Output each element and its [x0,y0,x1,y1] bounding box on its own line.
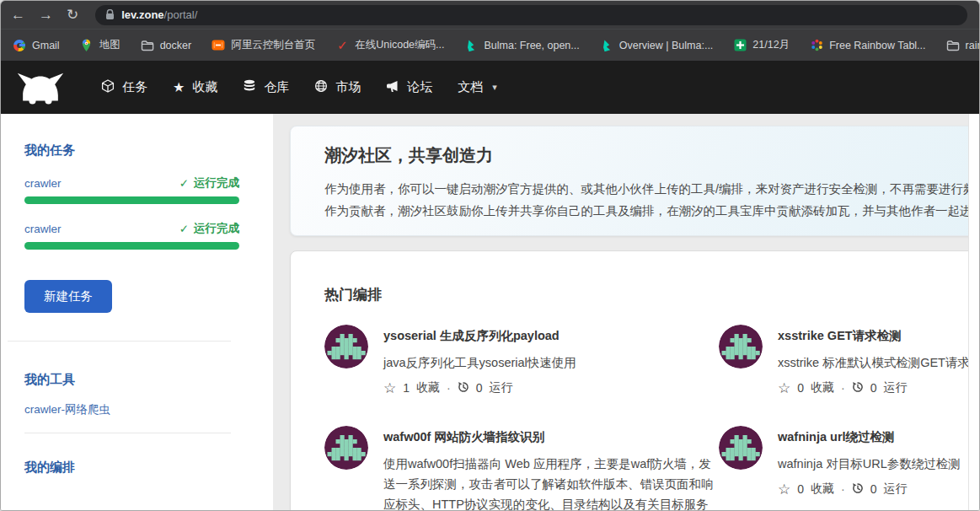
bookmark-label: 在线Unicode编码... [355,38,444,52]
bookmark-docker-folder[interactable]: docker [141,39,192,52]
red-check-icon: ✓ [335,39,349,52]
avatar [719,325,763,368]
runs-label: 运行 [490,380,513,395]
bookmark-calendar[interactable]: 21/12月 [733,38,790,52]
my-arrangements-heading: 我的编排 [24,460,239,476]
bookmark-bulma-free[interactable]: Bulma: Free, open... [464,39,579,52]
star-outline-icon: ☆ [778,482,790,497]
check-icon: ✓ [179,222,189,235]
runs-count: 0 [476,381,483,395]
hero-line-2: 作为贡献者，潮汐社区鼓励你上传并共享你自己的工具及编排，在潮汐的工具宝库中贡献添… [324,200,979,222]
runs-label: 运行 [884,380,908,395]
scrollbar[interactable] [968,114,979,510]
nav-item-tasks[interactable]: 任务 [88,61,160,114]
task-progress-bar [24,196,239,204]
hot-item-desc: java反序列化工具ysoserial快速使用 [383,352,576,373]
star-outline-icon: ☆ [383,381,396,395]
back-icon[interactable]: ← [11,8,25,22]
hot-item-title[interactable]: xsstrike GET请求检测 [778,328,970,344]
caret-down-icon: ▾ [492,82,497,93]
gmail-icon [13,39,26,52]
check-icon: ✓ [179,176,189,190]
favorites-label: 收藏 [416,380,440,395]
tool-link-crawler[interactable]: crawler-网络爬虫 [24,402,239,417]
hot-item-desc: wafninja 对目标URL参数绕过检测 [778,454,961,474]
hot-item-title[interactable]: wafninja url绕过检测 [778,429,961,445]
hero-banner: 潮汐社区，共享创造力 作为使用者，你可以一键启动潮汐官方提供的、或其他小伙伴上传… [290,126,979,236]
bookmark-gmail[interactable]: Gmail [13,39,60,52]
bookmark-maps[interactable]: 地图 [80,38,120,52]
hot-item-body: ysoserial 生成反序列化payload java反序列化工具ysoser… [383,325,576,395]
url-host: lev.zone [121,8,163,21]
reload-icon[interactable]: ↻ [67,8,78,22]
hot-item-desc: xsstrike 标准默认模式检测GET请求 [778,352,970,373]
avatar [324,325,368,368]
address-bar[interactable]: lev.zone/portal/ [95,5,967,25]
sidebar-divider [8,341,231,342]
browser-toolbar: ← → ↻ lev.zone/portal/ [1,1,979,29]
task-row: crawler ✓ 运行完成 [24,221,239,236]
nav-item-favorites[interactable]: ★ 收藏 [160,61,230,114]
nav-item-forum[interactable]: 论坛 [373,61,445,114]
task-status: ✓ 运行完成 [179,175,239,191]
nav-item-label: 仓库 [264,79,289,95]
favorites-count: 0 [797,381,804,395]
hot-item-meta: ☆ 0 收藏 · 0 运行 [778,481,961,497]
hot-item-title[interactable]: ysoserial 生成反序列化payload [383,328,576,344]
nav-item-docs[interactable]: 文档 ▾ [445,61,510,114]
favorites-label: 收藏 [811,380,834,395]
bookmark-label: rainbow table [966,40,980,51]
google-maps-icon [80,39,94,52]
nav-item-market[interactable]: 市场 [302,61,373,114]
star-outline-icon: ☆ [778,381,790,395]
hot-arrangements-grid: ysoserial 生成反序列化payload java反序列化工具ysoser… [324,325,979,510]
megaphone-icon [386,80,399,95]
hot-item-meta: ☆ 1 收藏 · 0 运行 [383,380,576,395]
bookmark-unicode[interactable]: ✓ 在线Unicode编码... [335,38,444,52]
nav-item-label: 市场 [335,79,361,95]
hot-item-title[interactable]: wafw00f 网站防火墙指纹识别 [383,429,717,445]
nav-item-label: 任务 [122,79,147,95]
nav-item-repository[interactable]: 仓库 [230,61,302,114]
site-navbar: 任务 ★ 收藏 仓库 市场 论坛 文档 ▾ [1,61,979,114]
tide-logo[interactable] [16,69,68,106]
bookmark-label: 21/12月 [752,38,790,52]
task-row: crawler ✓ 运行完成 [24,175,239,191]
avatar [324,426,368,470]
star-icon: ★ [173,81,185,94]
history-icon [852,482,864,497]
runs-label: 运行 [884,481,908,497]
rainbow-dots-icon [810,39,823,52]
favorites-count: 1 [403,381,410,395]
nav-item-label: 文档 [458,79,483,95]
hot-item-wafw00f[interactable]: wafw00f 网站防火墙指纹识别 使用wafw00f扫描器向 Web 应用程序… [324,426,719,510]
bookmark-rainbow-folder[interactable]: rainbow table [946,39,980,52]
hot-item-desc: 使用wafw00f扫描器向 Web 应用程序，主要是waf防火墙，发送一系列探测… [383,454,717,510]
bookmark-bulma-overview[interactable]: Overview | Bulma:... [600,39,714,52]
favorites-count: 0 [797,482,804,496]
url-path: /portal/ [164,8,198,21]
runs-count: 0 [870,482,877,496]
hot-item-wafninja[interactable]: wafninja url绕过检测 wafninja 对目标URL参数绕过检测 ☆… [719,426,979,510]
hot-item-ysoserial[interactable]: ysoserial 生成反序列化payload java反序列化工具ysoser… [324,325,719,395]
hot-item-body: xsstrike GET请求检测 xsstrike 标准默认模式检测GET请求 … [778,325,970,395]
sidebar-divider [24,433,231,433]
globe-icon [314,79,328,95]
bookmark-rainbow-tables[interactable]: Free Rainbow Tabl... [810,39,925,52]
folder-icon [141,39,154,52]
task-link[interactable]: crawler [24,223,62,235]
new-task-button[interactable]: 新建任务 [24,280,112,313]
task-status-label: 运行完成 [194,175,239,191]
task-link[interactable]: crawler [24,177,62,190]
bookmark-label: 阿里云控制台首页 [231,38,315,52]
hot-item-xsstrike[interactable]: xsstrike GET请求检测 xsstrike 标准默认模式检测GET请求 … [719,325,979,395]
avatar [719,426,763,470]
bookmark-label: Overview | Bulma:... [619,40,714,51]
cube-icon [101,79,115,95]
hero-line-1: 作为使用者，你可以一键启动潮汐官方提供的、或其他小伙伴上传的工具/编排，来对资产… [324,178,979,200]
task-status-label: 运行完成 [194,221,239,236]
hot-arrangements-heading: 热门编排 [324,285,979,304]
forward-icon[interactable]: → [39,8,53,22]
bookmark-aliyun[interactable]: 阿里云控制台首页 [212,38,315,52]
nav-item-label: 论坛 [407,79,432,95]
